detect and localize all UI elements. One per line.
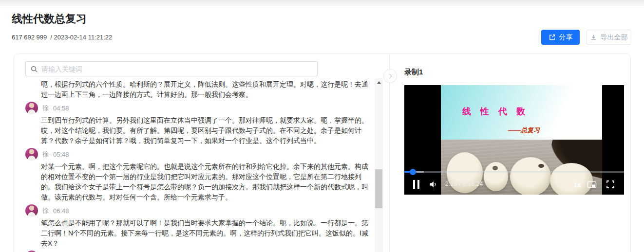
fullscreen-button[interactable]	[605, 180, 616, 189]
slide-title: 线 性 代 数	[462, 106, 529, 117]
share-button[interactable]: 分享	[541, 30, 580, 45]
search-input[interactable]	[41, 65, 313, 73]
top-strip	[0, 0, 644, 6]
seek-bar[interactable]	[404, 171, 624, 173]
picture-in-picture-button[interactable]	[587, 180, 597, 189]
export-all-button[interactable]: 导出全部	[586, 30, 631, 45]
pause-button[interactable]	[411, 180, 421, 189]
header-actions: 分享 导出全部	[541, 30, 631, 45]
transcript-text-partial[interactable]: 呃，根据行列式的六个性质。哈利斯的？展开定义，降低法则。这些性质和展开定理。对嗯…	[41, 79, 371, 100]
export-all-button-label: 导出全部	[601, 33, 628, 42]
transcript-entry: 徐 08:17	[25, 250, 373, 252]
speaker-name: 徐	[42, 150, 49, 159]
scroll-up-arrow[interactable]	[375, 78, 383, 86]
avatar	[25, 148, 38, 161]
transcript-list: 呃，根据行列式的六个性质。哈利斯的？展开定义，降低法则。这些性质和展开定理。对嗯…	[25, 79, 373, 252]
entry-timestamp: 06:48	[53, 207, 69, 215]
entry-timestamp: 05:48	[53, 151, 69, 158]
transcript-scrollbar[interactable]	[375, 78, 383, 252]
scrollbar-thumb[interactable]	[375, 169, 382, 208]
fullscreen-icon	[606, 180, 615, 189]
slide-subtitle: ——总复习	[508, 126, 540, 135]
video-slide: 线 性 代 数 ——总复习	[441, 85, 602, 140]
entry-header: 徐 08:17	[25, 250, 373, 252]
share-icon	[549, 34, 556, 41]
transcript-entry: 徐 06:48 笔怎么也是不能用了呢？那就可以了啊！是我们当时要求大家掌握的一个…	[25, 204, 373, 249]
entry-text[interactable]: 对某一个元素。啊，把这个元素呢它的。也就是说这个元素所在的行和列给它化掉。余下来…	[41, 162, 371, 202]
entry-text[interactable]: 笔怎么也是不能用了呢？那就可以了啊！是我们当时要求大家掌握的一个结论。呃，比如说…	[41, 218, 371, 249]
meeting-datetime: / 2023-02-14 11:21:22	[50, 34, 112, 41]
search-box	[25, 61, 318, 76]
meeting-id: 617 692 999	[12, 34, 47, 41]
entry-header: 徐 05:48	[25, 147, 373, 161]
time-display: 2:15 / 2:16:24	[445, 180, 483, 187]
speaker-name: 徐	[42, 206, 49, 215]
entry-timestamp: 04:58	[53, 105, 69, 112]
video-player: 线 性 代 数 ——总复习	[404, 85, 624, 195]
entry-header: 徐 04:58	[25, 101, 373, 115]
entry-text[interactable]: 三到四节行列式的计算。另外我们这里面在立体当中强调了一个。那对律师呢，就要求大家…	[41, 115, 371, 146]
download-icon	[590, 34, 597, 41]
transcript-pane: 呃，根据行列式的六个性质。哈利斯的？展开定义，降低法则。这些性质和展开定理。对嗯…	[14, 54, 390, 252]
seek-bar-thumb[interactable]	[410, 169, 416, 175]
search-icon	[30, 65, 38, 73]
playback-speed-button[interactable]: 1x	[571, 180, 584, 189]
entry-header: 徐 06:48	[25, 204, 373, 217]
avatar	[25, 102, 38, 114]
volume-button[interactable]	[428, 180, 439, 189]
transcript-entry: 徐 04:58 三到四节行列式的计算。另外我们这里面在立体当中强调了一个。那对律…	[25, 101, 373, 146]
volume-icon	[429, 180, 438, 188]
chevron-right-icon	[387, 73, 392, 78]
page-title: 线性代数总复习	[12, 12, 87, 26]
meeting-meta: 617 692 999 / 2023-02-14 11:21:22	[12, 34, 112, 41]
player-controls: 2:15 / 2:16:24 1x	[404, 178, 624, 192]
speaker-name: 徐	[42, 104, 49, 112]
transcript-entry: 徐 05:48 对某一个元素。啊，把这个元素呢它的。也就是说这个元素所在的行和列…	[25, 147, 373, 202]
main-panel: 呃，根据行列式的六个性质。哈利斯的？展开定义，降低法则。这些性质和展开定理。对嗯…	[14, 54, 631, 252]
pip-icon	[587, 180, 597, 189]
recording-title: 录制1	[404, 68, 423, 77]
share-button-label: 分享	[559, 33, 573, 42]
collapse-panel-button[interactable]	[383, 69, 397, 83]
avatar	[25, 204, 38, 217]
